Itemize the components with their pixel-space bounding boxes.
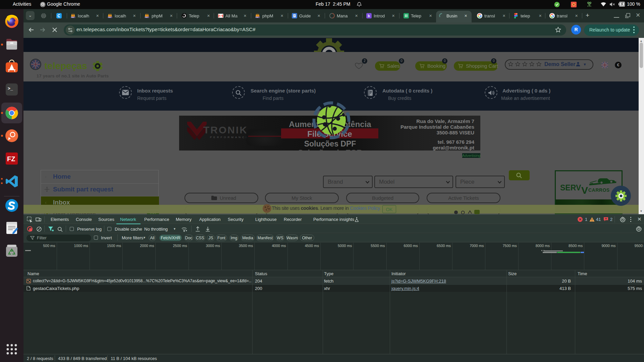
svg-text:b: b: [368, 14, 370, 18]
svg-text:PMA: PMA: [71, 17, 74, 18]
svg-text:>_: >_: [8, 86, 13, 91]
svg-text:PMA: PMA: [256, 17, 258, 18]
svg-text:FZ: FZ: [7, 155, 15, 163]
svg-text:PMA: PMA: [108, 17, 111, 18]
svg-text:PMA: PMA: [145, 17, 148, 18]
